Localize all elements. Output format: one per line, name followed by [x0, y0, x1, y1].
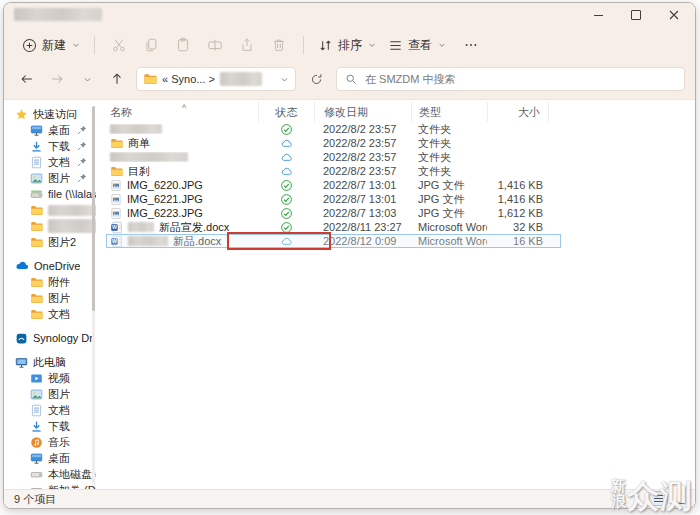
close-button[interactable] — [655, 3, 693, 27]
sidebar-section-header[interactable]: 此电脑 — [4, 354, 96, 370]
sort-button-label: 排序 — [338, 37, 362, 54]
censored-file-name — [110, 152, 188, 162]
navigation-bar: « Syno... > — [4, 63, 695, 100]
sidebar-section-header[interactable]: Synology Dri — [4, 330, 96, 346]
sidebar-item[interactable]: 图片2 — [4, 234, 96, 250]
thispc-icon — [15, 356, 28, 369]
file-row[interactable]: 商单2022/8/2 23:57文件夹 — [96, 136, 695, 150]
chevron-down-icon — [438, 41, 446, 49]
breadcrumb[interactable]: « Syno... > — [162, 73, 215, 85]
paste-button[interactable] — [167, 37, 199, 53]
file-name-cell[interactable] — [96, 124, 258, 134]
address-bar[interactable]: « Syno... > — [136, 67, 296, 91]
sidebar-item[interactable]: 附件 — [4, 274, 96, 290]
sidebar-item[interactable] — [4, 202, 96, 218]
file-row[interactable]: IMG_6221.JPG2022/8/7 13:01JPG 文件1,416 KB — [96, 192, 695, 206]
copy-button[interactable] — [135, 37, 167, 53]
file-type: 文件夹 — [411, 150, 487, 165]
file-row[interactable]: 2022/8/2 23:57文件夹 — [96, 122, 695, 136]
file-row[interactable]: W新品宣发.docx2022/8/11 23:27Microsoft Word … — [96, 220, 695, 234]
forward-icon — [50, 72, 64, 86]
sidebar-item[interactable]: 下载 — [4, 418, 96, 434]
sidebar-item[interactable]: 桌面 — [4, 450, 96, 466]
sidebar-item[interactable]: 桌面 — [4, 122, 96, 138]
view-button[interactable]: 查看 — [382, 33, 452, 58]
column-header-status[interactable]: 状态 — [258, 102, 314, 122]
sidebar-item[interactable]: 图片 — [4, 170, 96, 186]
sidebar-item[interactable]: 文档 — [4, 154, 96, 170]
search-input[interactable] — [363, 72, 676, 86]
document-icon — [30, 404, 43, 417]
minimize-button[interactable] — [579, 3, 617, 27]
file-row[interactable]: 2022/8/2 23:57文件夹 — [96, 150, 695, 164]
cut-icon — [111, 37, 127, 53]
sidebar-item[interactable]: file (\\lalala — [4, 186, 96, 202]
column-header-name[interactable]: ^名称 — [96, 102, 258, 122]
file-row[interactable]: IMG_6220.JPG2022/8/7 13:01JPG 文件1,416 KB — [96, 178, 695, 192]
picture-icon — [30, 388, 43, 401]
recent-locations-button[interactable] — [76, 75, 98, 84]
sync-ok-icon — [280, 193, 293, 206]
details-view-icon — [654, 495, 663, 502]
sidebar-item[interactable]: 文档 — [4, 402, 96, 418]
file-name-cell[interactable]: IMG_6223.JPG — [96, 207, 258, 220]
search-box[interactable] — [336, 67, 685, 91]
sidebar-item[interactable] — [4, 218, 96, 234]
back-icon — [20, 72, 34, 86]
file-row[interactable]: IMG_6223.JPG2022/8/7 13:03JPG 文件1,612 KB — [96, 206, 695, 220]
close-icon — [669, 10, 679, 20]
sidebar-item[interactable]: 新加卷 (D:) — [4, 482, 96, 489]
file-name-cell[interactable]: W新品宣发.docx — [96, 220, 258, 235]
sidebar-section-header[interactable]: 快速访问 — [4, 106, 96, 122]
chevron-down-icon — [72, 41, 80, 49]
file-name-cell[interactable]: W新品.docx — [96, 234, 258, 249]
sort-button[interactable]: 排序 — [312, 33, 382, 58]
details-view-button[interactable] — [649, 492, 667, 505]
copy-icon — [143, 37, 159, 53]
cloud-only-icon — [280, 137, 293, 150]
column-header-date[interactable]: 修改日期 — [314, 102, 411, 122]
file-row[interactable]: 目刹2022/8/2 23:57文件夹 — [96, 164, 695, 178]
refresh-button[interactable] — [304, 73, 328, 86]
status-bar: 9 个项目 — [4, 489, 695, 508]
sidebar-item[interactable]: 下载 — [4, 138, 96, 154]
sidebar-scrollbar-thumb[interactable] — [92, 106, 95, 311]
new-button[interactable]: 新建 — [16, 33, 86, 58]
column-header-type[interactable]: 类型 — [411, 102, 487, 122]
back-button[interactable] — [16, 72, 38, 86]
file-name-cell[interactable]: 目刹 — [96, 164, 258, 179]
more-options-button[interactable] — [458, 34, 484, 56]
sidebar-item[interactable]: 文档 — [4, 306, 96, 322]
sidebar-scrollbar[interactable] — [92, 106, 95, 485]
video-icon — [30, 372, 43, 385]
sidebar-item[interactable]: 音乐 — [4, 434, 96, 450]
maximize-icon — [631, 10, 641, 20]
up-button[interactable] — [106, 72, 128, 86]
file-name-cell[interactable]: 商单 — [96, 136, 258, 151]
folder-icon — [30, 204, 43, 217]
delete-button[interactable] — [263, 37, 295, 53]
file-name-cell[interactable] — [96, 152, 258, 162]
sidebar-item[interactable]: 本地磁盘 (C: — [4, 466, 96, 482]
address-dropdown-chevron-icon[interactable] — [280, 75, 289, 84]
maximize-button[interactable] — [617, 3, 655, 27]
sidebar-item[interactable]: 图片 — [4, 290, 96, 306]
large-icons-view-button[interactable] — [671, 492, 689, 505]
share-button[interactable] — [231, 37, 263, 53]
file-row[interactable]: W新品.docx2022/8/12 0:09Microsoft Word ...… — [96, 234, 695, 248]
rename-button[interactable] — [199, 37, 231, 53]
file-status-cell — [258, 151, 314, 164]
folder-icon — [143, 72, 157, 86]
file-name-cell[interactable]: IMG_6220.JPG — [96, 179, 258, 192]
file-name-cell[interactable]: IMG_6221.JPG — [96, 193, 258, 206]
view-icon — [388, 38, 403, 53]
sidebar-item[interactable]: 视频 — [4, 370, 96, 386]
cut-button[interactable] — [103, 37, 135, 53]
search-icon — [345, 73, 357, 85]
column-header-size[interactable]: 大小 — [487, 102, 549, 122]
sidebar-item-label: 桌面 — [48, 451, 70, 466]
sidebar-item[interactable]: 图片 — [4, 386, 96, 402]
view-toggles — [649, 492, 689, 505]
forward-button[interactable] — [46, 72, 68, 86]
sidebar-section-header[interactable]: OneDrive — [4, 258, 96, 274]
